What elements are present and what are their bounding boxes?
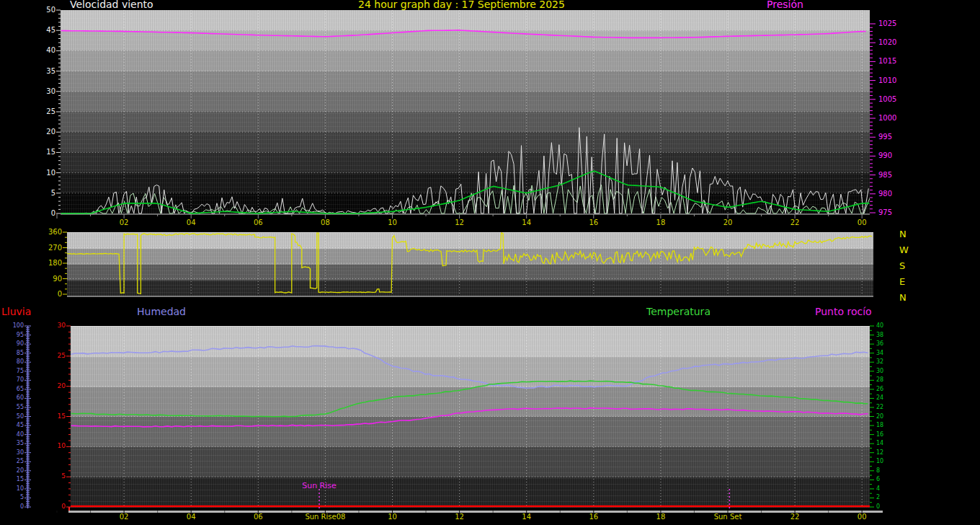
wind-xtick: 02 bbox=[95, 219, 153, 226]
temp-ytick: 22 bbox=[876, 405, 883, 410]
climate-xtick: 06 bbox=[229, 513, 287, 521]
humidity-ytick: 55 bbox=[0, 405, 24, 410]
humidity-ytick: 50 bbox=[0, 414, 24, 420]
humidity-ytick: 40 bbox=[0, 432, 24, 438]
climate-xtick: 04 bbox=[162, 513, 220, 521]
rain-ytick: 5 bbox=[28, 473, 66, 480]
weather-graph-screen: Velocidad viento 24 hour graph day : 17 … bbox=[0, 0, 980, 525]
humidity-ytick: 35 bbox=[0, 441, 24, 446]
humidity-ytick: 20 bbox=[0, 468, 24, 474]
climate-xtick: 16 bbox=[565, 513, 623, 521]
pressure-ytick: 990 bbox=[878, 152, 892, 159]
climate-xtick: Sun Rise08 bbox=[296, 513, 354, 521]
temp-ytick: 28 bbox=[876, 377, 883, 383]
pressure-ytick: 975 bbox=[878, 209, 892, 216]
humidity-ytick: 45 bbox=[0, 423, 24, 428]
wind-xtick: 10 bbox=[364, 219, 422, 226]
temp-ytick: 6 bbox=[876, 477, 880, 482]
wind-ytick: 10 bbox=[18, 169, 55, 177]
rain-ytick: 20 bbox=[28, 383, 66, 389]
climate-xtick: 00 bbox=[833, 513, 891, 521]
axis-labels-layer: 5045403530252015105010251020101510101005… bbox=[0, 0, 980, 525]
wind-ytick: 25 bbox=[18, 108, 55, 115]
humidity-ytick: 80 bbox=[0, 359, 24, 365]
temp-ytick: 2 bbox=[876, 495, 880, 500]
humidity-ytick: 60 bbox=[0, 395, 24, 401]
temp-ytick: 40 bbox=[876, 323, 883, 329]
wind-xtick: 22 bbox=[766, 219, 824, 226]
humidity-ytick: 25 bbox=[0, 459, 24, 464]
humidity-ytick: 30 bbox=[0, 450, 24, 456]
wind-ytick: 15 bbox=[18, 149, 55, 156]
pressure-ytick: 1005 bbox=[878, 96, 896, 103]
rain-ytick: 0 bbox=[28, 503, 66, 510]
direction-ytick: 360 bbox=[24, 229, 62, 236]
temp-ytick: 12 bbox=[876, 450, 883, 456]
rain-ytick: 25 bbox=[28, 353, 66, 359]
humidity-ytick: 90 bbox=[0, 341, 24, 347]
pressure-ytick: 1010 bbox=[878, 77, 896, 84]
wind-ytick: 35 bbox=[18, 68, 55, 75]
wind-xtick: 20 bbox=[699, 219, 757, 226]
pressure-ytick: 1000 bbox=[878, 115, 896, 122]
pressure-ytick: 1015 bbox=[878, 58, 896, 65]
wind-ytick: 40 bbox=[18, 47, 55, 54]
temp-ytick: 24 bbox=[876, 395, 883, 401]
temp-ytick: 26 bbox=[876, 387, 883, 392]
pressure-ytick: 1025 bbox=[878, 20, 896, 27]
temp-ytick: 10 bbox=[876, 459, 883, 464]
pressure-ytick: 995 bbox=[878, 133, 892, 141]
climate-xtick: 12 bbox=[431, 513, 489, 521]
temp-ytick: 4 bbox=[876, 486, 880, 492]
temp-ytick: 14 bbox=[876, 441, 883, 446]
climate-xtick: 18 bbox=[632, 513, 690, 521]
humidity-ytick: 0 bbox=[0, 504, 24, 510]
humidity-ytick: 75 bbox=[0, 369, 24, 374]
direction-ytick: 270 bbox=[24, 244, 62, 252]
temp-ytick: 30 bbox=[876, 369, 883, 374]
wind-xtick: 18 bbox=[632, 219, 690, 226]
humidity-ytick: 100 bbox=[0, 323, 24, 329]
pressure-ytick: 985 bbox=[878, 172, 892, 179]
climate-xtick: 02 bbox=[95, 513, 153, 521]
wind-xtick: 14 bbox=[498, 219, 556, 226]
wind-xtick: 06 bbox=[229, 219, 287, 226]
temp-ytick: 36 bbox=[876, 341, 883, 347]
wind-ytick: 30 bbox=[18, 88, 55, 95]
humidity-ytick: 15 bbox=[0, 477, 24, 482]
wind-ytick: 0 bbox=[18, 210, 55, 217]
temp-ytick: 8 bbox=[876, 468, 880, 474]
humidity-ytick: 85 bbox=[0, 350, 24, 356]
rain-ytick: 10 bbox=[28, 443, 66, 449]
temp-ytick: 20 bbox=[876, 414, 883, 420]
temp-ytick: 0 bbox=[876, 504, 880, 510]
wind-ytick: 20 bbox=[18, 128, 55, 136]
rain-ytick: 30 bbox=[28, 322, 66, 329]
humidity-ytick: 5 bbox=[0, 495, 24, 500]
humidity-ytick: 65 bbox=[0, 387, 24, 392]
direction-ytick: 0 bbox=[24, 291, 62, 298]
humidity-ytick: 95 bbox=[0, 332, 24, 338]
climate-xtick: 10 bbox=[364, 513, 422, 521]
wind-xtick: 16 bbox=[565, 219, 623, 226]
direction-ytick: 90 bbox=[24, 275, 62, 283]
humidity-ytick: 70 bbox=[0, 377, 24, 383]
pressure-ytick: 980 bbox=[878, 190, 892, 198]
temp-ytick: 32 bbox=[876, 359, 883, 365]
climate-xtick: 22 bbox=[766, 513, 824, 521]
wind-xtick: 00 bbox=[833, 219, 891, 226]
rain-ytick: 15 bbox=[28, 413, 66, 420]
humidity-ytick: 10 bbox=[0, 486, 24, 492]
wind-xtick: 08 bbox=[296, 219, 354, 226]
temp-ytick: 18 bbox=[876, 423, 883, 428]
wind-xtick: 12 bbox=[431, 219, 489, 226]
temp-ytick: 38 bbox=[876, 332, 883, 338]
pressure-ytick: 1020 bbox=[878, 39, 896, 46]
wind-ytick: 45 bbox=[18, 27, 55, 34]
direction-ytick: 180 bbox=[24, 260, 62, 267]
wind-xtick: 04 bbox=[162, 219, 220, 226]
wind-ytick: 5 bbox=[18, 190, 55, 197]
wind-ytick: 50 bbox=[18, 6, 55, 14]
temp-ytick: 16 bbox=[876, 432, 883, 438]
climate-xtick: Sun Set bbox=[699, 513, 757, 521]
